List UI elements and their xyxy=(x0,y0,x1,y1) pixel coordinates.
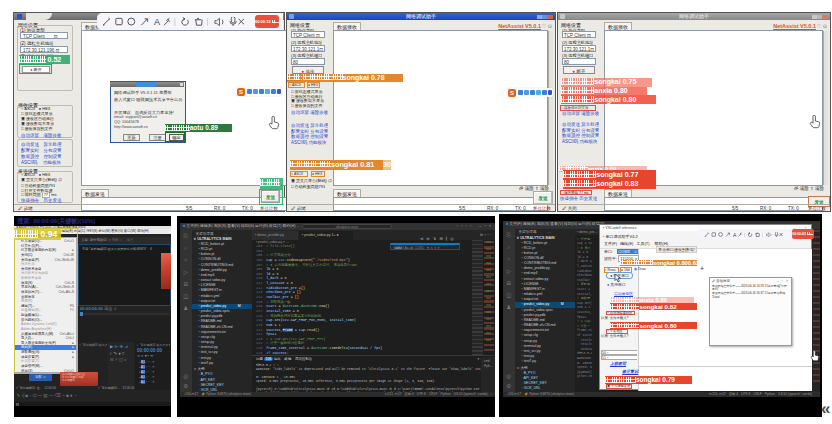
svg-text:A: A xyxy=(154,17,161,27)
svg-text:A: A xyxy=(733,232,737,238)
